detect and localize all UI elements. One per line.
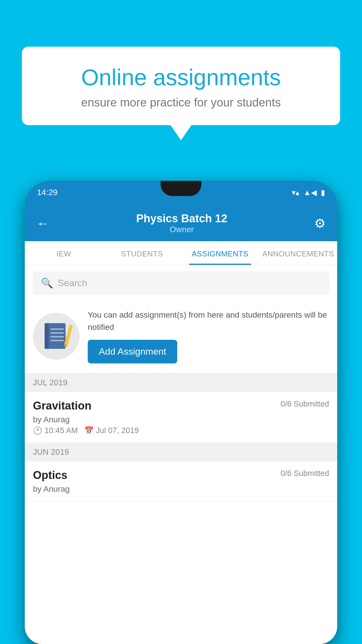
- assignment-title: Gravitation: [33, 400, 92, 412]
- assignment-submitted: 0/6 Submitted: [280, 400, 329, 409]
- add-assignment-button[interactable]: Add Assignment: [88, 340, 177, 363]
- speech-bubble-section: Online assignments ensure more practice …: [22, 47, 340, 125]
- promo-content: You can add assignment(s) from here and …: [88, 309, 329, 363]
- status-icons: ▾▴ ▲◀ ▮: [292, 188, 325, 197]
- assignment-title: Optics: [33, 469, 67, 482]
- tab-students[interactable]: STUDENTS: [103, 241, 181, 265]
- status-time: 14:29: [37, 188, 57, 197]
- battery-icon: ▮: [321, 188, 325, 197]
- calendar-icon: 📅: [84, 426, 94, 435]
- assignment-meta: by Anurag 🕐 10:45 AM 📅 Jul 07, 2019: [33, 415, 329, 435]
- tab-announcements[interactable]: ANNOUNCEMENTS: [259, 241, 337, 265]
- assignment-author: by Anurag: [33, 415, 329, 424]
- notebook-line: [50, 328, 64, 330]
- notebook-body: [45, 323, 66, 349]
- search-icon: 🔍: [41, 277, 53, 289]
- speech-bubble-heading: Online assignments: [42, 64, 320, 91]
- wifi-icon: ▾▴: [292, 188, 299, 197]
- time-entry: 🕐 10:45 AM: [33, 426, 78, 435]
- assignment-time-date: 🕐 10:45 AM 📅 Jul 07, 2019: [33, 426, 329, 435]
- assignment-author: by Anurag: [33, 484, 329, 494]
- add-assignment-promo: You can add assignment(s) from here and …: [25, 301, 337, 374]
- assignment-item-optics[interactable]: Optics 0/6 Submitted by Anurag: [25, 461, 337, 502]
- settings-button[interactable]: ⚙: [314, 216, 326, 231]
- notebook-spine: [45, 323, 49, 349]
- date-entry: 📅 Jul 07, 2019: [84, 426, 139, 435]
- signal-icon: ▲◀: [303, 188, 317, 197]
- search-placeholder: Search: [58, 278, 87, 288]
- section-header-jul2019: JUL 2019: [25, 374, 337, 392]
- status-bar: 14:29 ▾▴ ▲◀ ▮: [25, 181, 337, 204]
- notebook-line: [50, 336, 64, 337]
- section-header-jun2019: JUN 2019: [25, 443, 337, 461]
- clock-icon: 🕐: [33, 426, 42, 435]
- app-content: ← Physics Batch 12 Owner ⚙ IEW STUDENTS …: [25, 204, 337, 644]
- assignment-submitted: 0/6 Submitted: [280, 469, 329, 478]
- phone-frame: 14:29 ▾▴ ▲◀ ▮ ← Physics Batch 12 Owner ⚙…: [25, 181, 337, 644]
- notebook-line: [50, 340, 64, 341]
- tab-iew[interactable]: IEW: [25, 241, 103, 265]
- speech-bubble: Online assignments ensure more practice …: [22, 47, 340, 125]
- app-header: ← Physics Batch 12 Owner ⚙: [25, 204, 337, 241]
- notebook-lines: [50, 328, 64, 344]
- promo-text: You can add assignment(s) from here and …: [88, 309, 329, 333]
- header-title-group: Physics Batch 12 Owner: [136, 212, 227, 234]
- search-bar[interactable]: 🔍 Search: [33, 272, 329, 294]
- assignment-item-header: Gravitation 0/6 Submitted: [33, 400, 329, 412]
- header-subtitle: Owner: [136, 225, 227, 234]
- notebook-line: [50, 332, 64, 334]
- assignment-item-gravitation[interactable]: Gravitation 0/6 Submitted by Anurag 🕐 10…: [25, 392, 337, 443]
- tabs-bar: IEW STUDENTS ASSIGNMENTS ANNOUNCEMENTS: [25, 241, 337, 265]
- speech-bubble-subtext: ensure more practice for your students: [42, 96, 320, 109]
- assignment-icon-circle: [33, 313, 80, 360]
- pencil-tip: [63, 344, 68, 349]
- search-bar-container: 🔍 Search: [25, 265, 337, 301]
- assignment-item-header: Optics 0/6 Submitted: [33, 469, 329, 482]
- back-button[interactable]: ←: [36, 216, 49, 231]
- assignment-meta: by Anurag: [33, 484, 329, 494]
- notebook-icon: [45, 323, 68, 349]
- assignment-date: Jul 07, 2019: [96, 426, 139, 435]
- assignment-time: 10:45 AM: [45, 426, 78, 435]
- tab-assignments[interactable]: ASSIGNMENTS: [181, 241, 259, 265]
- header-title: Physics Batch 12: [136, 212, 227, 225]
